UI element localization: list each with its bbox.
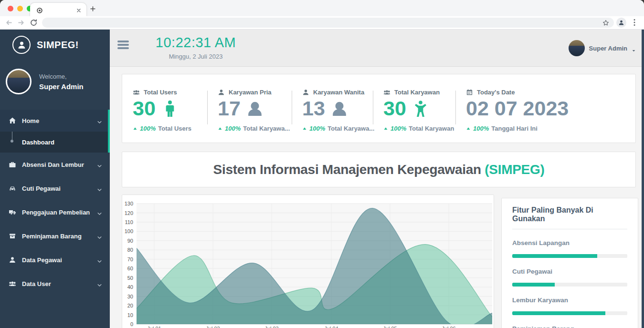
site-favicon-icon bbox=[37, 7, 42, 12]
browser-window: SIMPEG! Welcome, Super Admin Home Dashbo… bbox=[0, 0, 644, 328]
app-root: SIMPEG! Welcome, Super Admin Home Dashbo… bbox=[0, 30, 644, 328]
users-icon bbox=[9, 280, 16, 287]
browser-tab-strip bbox=[0, 0, 644, 16]
feature-item-lembur-karyawan: Lembur Karyawan bbox=[512, 297, 627, 315]
progress-fill bbox=[512, 283, 555, 287]
topbar: 10:22:31 AM Minggu, 2 Juli 2023 Super Ad… bbox=[110, 30, 644, 67]
stat-percent: 100% bbox=[473, 125, 489, 132]
stat-footnote: Total Karyawa... bbox=[243, 125, 290, 132]
svg-text:80: 80 bbox=[127, 247, 133, 253]
sidebar-item-label: Cuti Pegawai bbox=[22, 185, 97, 192]
sidebar-item-data-user[interactable]: Data User bbox=[0, 272, 110, 296]
banner-highlight: (SIMPEG) bbox=[485, 162, 544, 177]
progress-track bbox=[512, 311, 627, 315]
current-date: Minggu, 2 Juli 2023 bbox=[136, 53, 255, 60]
sidebar-item-label: Home bbox=[22, 117, 97, 124]
top-features-card: Fitur Paling Banyak Di Gunakan Absensi L… bbox=[501, 198, 638, 328]
stat-footnote: Tanggal Hari Ini bbox=[491, 125, 538, 132]
users-icon bbox=[383, 89, 391, 96]
sidebar-item-cuti-pegawai[interactable]: Cuti Pegawai bbox=[0, 176, 110, 200]
progress-fill bbox=[512, 311, 605, 315]
caret-down-icon bbox=[632, 46, 636, 51]
sidebar-item-home[interactable]: Home bbox=[0, 110, 110, 132]
svg-text:50: 50 bbox=[127, 275, 133, 281]
stat-card-total-users: Total Users 30 100%Total Users bbox=[122, 74, 207, 143]
box-icon bbox=[9, 232, 16, 240]
divider bbox=[512, 229, 627, 229]
user-icon bbox=[302, 89, 309, 96]
bookmark-star-icon[interactable] bbox=[602, 20, 609, 26]
svg-text:120: 120 bbox=[125, 210, 133, 216]
stat-percent: 100% bbox=[309, 125, 325, 132]
window-close-button[interactable] bbox=[8, 6, 13, 11]
browser-toolbar bbox=[0, 16, 644, 30]
chevron-down-icon bbox=[97, 186, 102, 191]
svg-text:60: 60 bbox=[127, 266, 133, 271]
svg-text:Jul 04: Jul 04 bbox=[324, 326, 338, 328]
bust-icon bbox=[330, 99, 349, 118]
chevron-down-icon bbox=[97, 257, 102, 263]
stats-card: Total Users 30 100%Total Users Karyawan … bbox=[122, 74, 636, 143]
browser-profile-button[interactable] bbox=[616, 18, 626, 28]
reload-icon[interactable] bbox=[30, 19, 38, 27]
menu-group: Cuti Pegawai bbox=[0, 176, 110, 200]
sidebar-item-peminjaman-barang[interactable]: Peminjaman Barang bbox=[0, 224, 110, 248]
sidebar-user-panel: Welcome, Super Admin bbox=[0, 68, 110, 95]
window-minimize-button[interactable] bbox=[17, 6, 23, 11]
banner-card: Sistem Informasi Manajemen Kepegawaian (… bbox=[122, 152, 636, 187]
caret-up-icon bbox=[218, 126, 222, 131]
stat-footnote: Total Users bbox=[158, 125, 191, 132]
chevron-down-icon bbox=[97, 118, 102, 123]
stat-footnote: Total Karyawan bbox=[409, 125, 454, 132]
new-tab-button[interactable] bbox=[90, 5, 96, 11]
features-list: Absensi Lapangan Cuti Pegawai Lembur Kar… bbox=[512, 239, 627, 328]
browser-menu-icon[interactable] bbox=[631, 18, 638, 27]
topbar-user-dropdown[interactable]: Super Admin bbox=[569, 40, 636, 56]
area-chart-svg: 0102030405060708090100110120130Jul 01Jul… bbox=[124, 200, 493, 328]
stat-footnote: Total Karyawa... bbox=[327, 125, 374, 132]
address-bar[interactable] bbox=[42, 18, 614, 28]
browser-tab[interactable] bbox=[30, 3, 86, 16]
page-scrollbar[interactable] bbox=[642, 30, 644, 328]
svg-text:30: 30 bbox=[127, 294, 133, 299]
progress-track bbox=[512, 283, 627, 287]
stat-card-karyawan-wanita: Karyawan Wanita 13 100%Total Karyawa... bbox=[292, 74, 373, 143]
sidebar-item-label: Data Pegawai bbox=[22, 256, 97, 264]
stat-value: 30 bbox=[383, 98, 406, 119]
sidebar-item-data-pegawai[interactable]: Data Pegawai bbox=[0, 248, 110, 272]
bust-icon bbox=[245, 99, 264, 118]
stat-value: 30 bbox=[133, 98, 156, 119]
stat-percent: 100% bbox=[225, 125, 241, 132]
menu-group: Data User bbox=[0, 272, 110, 296]
hamburger-menu-icon[interactable] bbox=[117, 41, 129, 51]
svg-text:40: 40 bbox=[127, 284, 133, 290]
back-icon[interactable] bbox=[5, 19, 13, 27]
sidebar-item-dashboard[interactable]: Dashboard bbox=[0, 132, 110, 153]
sidebar-item-absensi-dan-lembur[interactable]: Absensi Dan Lembur bbox=[0, 153, 110, 176]
sidebar-username: Super Admin bbox=[39, 82, 84, 91]
svg-text:20: 20 bbox=[127, 303, 133, 308]
stat-label: Today's Date bbox=[477, 89, 515, 96]
app-logo[interactable]: SIMPEG! bbox=[0, 30, 110, 60]
forward-icon[interactable] bbox=[17, 19, 25, 27]
sidebar-item-label: Peminjaman Barang bbox=[22, 233, 97, 240]
stat-card-today-s-date: Today's Date 02 07 2023 100%Tanggal Hari… bbox=[455, 74, 635, 143]
usage-area-chart: 0102030405060708090100110120130Jul 01Jul… bbox=[124, 200, 492, 328]
truck-icon bbox=[9, 208, 16, 216]
svg-text:Jul 02: Jul 02 bbox=[206, 326, 220, 328]
caret-up-icon bbox=[133, 126, 137, 131]
svg-text:Jul 03: Jul 03 bbox=[264, 326, 278, 328]
stat-percent: 100% bbox=[140, 125, 156, 132]
feature-label: Cuti Pegawai bbox=[512, 268, 627, 275]
sidebar-item-penggajuan-pembelian[interactable]: Penggajuan Pembelian bbox=[0, 200, 110, 224]
caret-up-icon bbox=[302, 126, 307, 131]
stat-label: Karyawan Pria bbox=[229, 89, 272, 96]
chevron-down-icon bbox=[97, 281, 102, 287]
tab-close-icon[interactable] bbox=[76, 7, 82, 12]
svg-text:0: 0 bbox=[130, 321, 133, 327]
chevron-down-icon bbox=[97, 162, 102, 167]
welcome-label: Welcome, bbox=[39, 73, 84, 80]
svg-text:Jul 01: Jul 01 bbox=[147, 326, 161, 328]
stat-value: 13 bbox=[302, 98, 325, 119]
menu-group: Penggajuan Pembelian bbox=[0, 200, 110, 224]
